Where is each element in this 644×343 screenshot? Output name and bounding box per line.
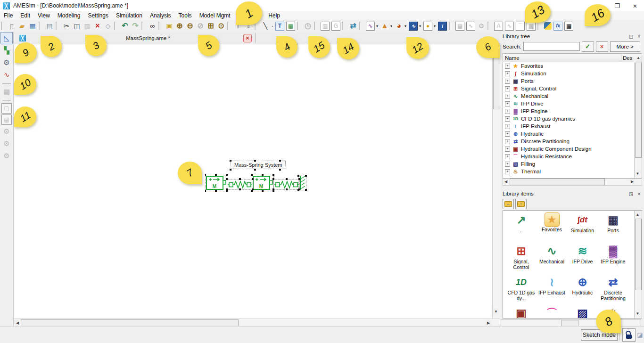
scroll-down-button[interactable]: ▼	[493, 308, 499, 315]
tree-item-ports[interactable]: +▦Ports	[503, 77, 642, 85]
info-button[interactable]: i	[438, 22, 447, 31]
library-item-simulation[interactable]: ∫dtSimulation	[567, 212, 598, 244]
menu-edit[interactable]: Edit	[17, 12, 34, 19]
selection-handle[interactable]	[254, 169, 256, 171]
library-tree-list[interactable]: +★Favorites +∫Simulation +▦Ports +⊞Signa…	[503, 62, 642, 179]
close-button[interactable]: ×	[626, 0, 644, 11]
tree-horizontal-scrollbar[interactable]: ◀ ▶	[503, 179, 642, 186]
tree-item-discrete-partitioning[interactable]: +⇄Discrete Partitioning	[503, 138, 642, 145]
amesim-3d-button[interactable]: ▲	[380, 21, 390, 32]
dropdown-arrow-icon[interactable]: ▾	[376, 24, 378, 28]
expand-icon[interactable]: +	[505, 109, 510, 114]
animation-button[interactable]: ∿	[409, 22, 418, 31]
tree-item-mechanical[interactable]: +∿Mechanical	[503, 92, 642, 100]
column-header-description[interactable]: Des	[621, 55, 635, 61]
plot-button[interactable]: ∿	[366, 22, 375, 31]
tree-item-hydraulic[interactable]: +⊕Hydraulic	[503, 130, 642, 138]
dropdown-arrow-icon[interactable]: ▾	[419, 24, 421, 28]
undo-button[interactable]: ↶	[120, 21, 130, 32]
expand-icon[interactable]: +	[505, 147, 510, 152]
dashboard-button[interactable]: ◕	[394, 21, 404, 32]
library-item-cfd-1d[interactable]: 1DCFD 1D gas dy...	[506, 275, 537, 306]
text-tool-button[interactable]: T	[275, 22, 284, 31]
tree-item-hydraulic-resistance[interactable]: +⌒Hydraulic Resistance	[503, 153, 642, 160]
lock-button[interactable]	[622, 328, 636, 342]
tab-close-button[interactable]: ×	[243, 34, 252, 42]
line-style-button[interactable]: ·	[271, 21, 274, 32]
library-item-ifp-drive[interactable]: ≋IFP Drive	[567, 244, 598, 275]
items-vertical-scrollbar[interactable]: ▲ ▼	[634, 211, 642, 318]
restore-button[interactable]: ❐	[608, 0, 626, 11]
library-item-hydraulic[interactable]: ⊕Hydraulic	[567, 275, 598, 306]
cut-button[interactable]: ✂	[61, 21, 72, 32]
menu-simulation[interactable]: Simulation	[112, 12, 146, 19]
scrollbar-thumb[interactable]	[561, 320, 578, 327]
python-icon[interactable]	[544, 22, 552, 30]
expand-icon[interactable]: +	[505, 101, 510, 106]
tree-item-hcd[interactable]: +▣Hydraulic Component Design	[503, 145, 642, 153]
submodel-mode-button[interactable]: ▚	[0, 44, 13, 57]
search-apply-button[interactable]: ✓	[582, 41, 594, 52]
eraser-icon[interactable]: ◪	[636, 330, 644, 339]
tree-vertical-scrollbar[interactable]: ▼	[634, 62, 642, 178]
folder-up-button[interactable]: ↑	[515, 199, 527, 209]
menu-file[interactable]: File	[0, 12, 17, 19]
document-tab-title[interactable]: MassSpring.ame *	[113, 35, 183, 41]
scroll-down-button[interactable]: ▼	[635, 310, 641, 317]
library-item-ports[interactable]: ▦Ports	[598, 212, 628, 244]
sketch-text-label[interactable]: Mass-Spring System	[231, 161, 286, 169]
preview-button[interactable]: ▣	[164, 21, 174, 32]
sketch-mode-button[interactable]: ◺	[0, 32, 13, 44]
copy-button[interactable]: ◫	[72, 21, 82, 32]
zoom-in-button[interactable]: ⊕	[174, 21, 185, 32]
dropdown-arrow-icon[interactable]: ▾	[405, 24, 406, 28]
update-button[interactable]: ⇄	[348, 21, 358, 32]
selection-handle[interactable]	[279, 160, 281, 162]
image-tool-button[interactable]: ▦	[286, 22, 295, 31]
search-clear-button[interactable]: ×	[596, 41, 608, 52]
selection-handle[interactable]	[230, 169, 231, 171]
library-item-ifp-engine[interactable]: ▓IFP Engine	[598, 244, 628, 275]
open-file-button[interactable]: ▰	[17, 21, 27, 32]
menu-view[interactable]: View	[34, 12, 54, 19]
library-items-grid[interactable]: ↗.. ★Favorites ∫dtSimulation ▦Ports ⊞Sig…	[503, 210, 642, 318]
expand-icon[interactable]: +	[505, 86, 510, 91]
find-button[interactable]: ∞	[147, 21, 157, 32]
zoom-actual-button[interactable]: ⊙	[216, 21, 226, 32]
scrollbar-thumb[interactable]	[635, 63, 642, 158]
parameter-mode-button[interactable]: ⚙	[0, 57, 13, 69]
panel-close-button[interactable]: ×	[636, 33, 642, 40]
replay-button[interactable]: ●	[423, 22, 432, 31]
dropdown-arrow-icon[interactable]: ▾	[434, 24, 436, 28]
tree-item-simulation[interactable]: +∫Simulation	[503, 70, 642, 77]
library-item-hydraulic-resistance[interactable]: ⌒	[537, 306, 567, 318]
expand-icon[interactable]: +	[505, 162, 510, 167]
library-item-favorites[interactable]: ★Favorites	[537, 212, 567, 244]
menu-tools[interactable]: Tools	[175, 12, 196, 19]
scroll-up-button[interactable]: ▲	[635, 211, 641, 218]
mass-spring-sketch[interactable]: M	[205, 172, 307, 192]
scroll-left-button[interactable]: ◀	[14, 319, 21, 326]
scroll-right-button[interactable]: ▶	[629, 179, 635, 184]
selection-handle[interactable]	[279, 169, 281, 171]
menu-model-mgmt[interactable]: Model Mgmt	[196, 12, 234, 19]
panel-float-button[interactable]: ◳	[628, 33, 634, 40]
scrollbar-thumb[interactable]	[21, 319, 239, 327]
selection-handle[interactable]	[230, 160, 231, 162]
expand-icon[interactable]: +	[505, 169, 510, 174]
menu-help[interactable]: Help	[264, 12, 284, 19]
folder-back-button[interactable]: ←	[503, 199, 514, 209]
expand-icon[interactable]: +	[505, 71, 510, 76]
library-item-ifp-exhaust[interactable]: ≀IFP Exhaust	[537, 275, 567, 306]
panel-close-button[interactable]: ×	[636, 191, 642, 197]
tree-item-ifp-drive[interactable]: +≋IFP Drive	[503, 100, 642, 107]
scrollbar-thumb[interactable]	[635, 219, 642, 290]
canvas-horizontal-scrollbar[interactable]: ◀ ▶	[14, 318, 500, 327]
scroll-right-button[interactable]: ▶	[485, 319, 492, 326]
library-item-signal-control[interactable]: ⊞Signal, Control	[506, 244, 537, 275]
library-item-mechanical[interactable]: ∿Mechanical	[537, 244, 567, 275]
library-item-up[interactable]: ↗..	[506, 212, 537, 244]
fx-expression-button[interactable]: fx	[553, 22, 562, 31]
canvas-vertical-scrollbar[interactable]: ▼	[492, 44, 500, 318]
line-tool-button[interactable]: ╲	[260, 21, 271, 32]
